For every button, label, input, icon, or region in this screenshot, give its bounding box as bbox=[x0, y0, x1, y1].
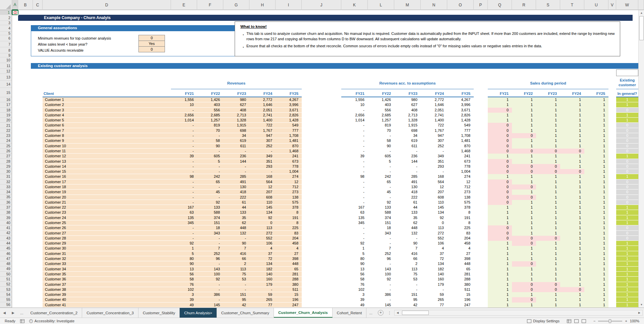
sales-flag-cell[interactable]: 1 bbox=[560, 108, 584, 113]
revenue-acc-cell[interactable]: 56 bbox=[341, 272, 368, 277]
existing-customer-cell[interactable]: 0 bbox=[616, 179, 638, 184]
revenue-cell[interactable]: 100 bbox=[197, 272, 223, 277]
sales-flag-cell[interactable]: 0 bbox=[536, 149, 560, 154]
revenue-acc-cell[interactable]: 252 bbox=[368, 251, 394, 256]
revenue-acc-cell[interactable]: 281 bbox=[447, 272, 474, 277]
revenue-acc-cell[interactable]: 722 bbox=[421, 123, 447, 128]
client-name-cell[interactable]: Customer 7 bbox=[43, 128, 171, 133]
sales-flag-cell[interactable]: 1 bbox=[584, 287, 608, 292]
revenue-cell[interactable]: 698 bbox=[223, 128, 249, 133]
horizontal-scrollbar[interactable]: ◀ ▶ bbox=[394, 310, 643, 316]
revenue-acc-cell[interactable]: 63 bbox=[341, 210, 368, 215]
revenue-cell[interactable]: 4 bbox=[276, 246, 302, 251]
row-header-14[interactable]: 14 bbox=[0, 80, 12, 88]
column-header-m[interactable]: M bbox=[394, 0, 421, 10]
revenue-acc-cell[interactable]: - bbox=[421, 149, 447, 154]
client-name-cell[interactable]: Customer 25 bbox=[43, 220, 171, 225]
revenue-acc-cell[interactable]: 110 bbox=[421, 200, 447, 205]
row-header-28[interactable]: 28 bbox=[0, 159, 12, 164]
column-header-n[interactable]: N bbox=[421, 0, 447, 10]
revenue-acc-cell[interactable]: 288 bbox=[447, 277, 474, 282]
revenue-acc-cell[interactable]: 179 bbox=[421, 282, 447, 287]
row-header-3[interactable]: 3 bbox=[0, 21, 12, 25]
client-name-cell[interactable]: Customer 13 bbox=[43, 159, 171, 164]
existing-customer-cell[interactable]: 1 bbox=[616, 256, 638, 261]
sales-flag-cell[interactable]: 1 bbox=[584, 102, 608, 107]
sales-flag-cell[interactable]: 1 bbox=[584, 200, 608, 205]
column-header-d[interactable]: D bbox=[43, 0, 171, 10]
sales-flag-cell[interactable]: 1 bbox=[512, 190, 536, 195]
revenue-cell[interactable]: 207 bbox=[249, 190, 276, 195]
revenue-acc-cell[interactable]: 76 bbox=[341, 282, 368, 287]
year-header-fy22-group2[interactable]: FY22 bbox=[368, 92, 394, 96]
existing-customer-cell[interactable]: 0 bbox=[616, 190, 638, 195]
revenue-cell[interactable]: 92 bbox=[197, 200, 223, 205]
revenue-acc-cell[interactable]: 102 bbox=[341, 287, 368, 292]
existing-customer-cell[interactable]: 1 bbox=[616, 251, 638, 256]
revenue-acc-cell[interactable]: 168 bbox=[421, 174, 447, 179]
column-header-p[interactable]: P bbox=[474, 0, 488, 10]
column-header-g[interactable]: G bbox=[223, 0, 249, 10]
revenue-acc-cell[interactable]: 398 bbox=[447, 256, 474, 261]
row-header-24[interactable]: 24 bbox=[0, 138, 12, 143]
revenue-cell[interactable]: 380 bbox=[276, 282, 302, 287]
revenue-cell[interactable]: - bbox=[171, 169, 197, 174]
revenue-acc-cell[interactable]: 140 bbox=[421, 272, 447, 277]
sales-flag-cell[interactable]: 1 bbox=[488, 297, 512, 302]
sales-flag-cell[interactable]: 1 bbox=[536, 174, 560, 179]
revenue-cell[interactable]: - bbox=[197, 149, 223, 154]
revenue-acc-cell[interactable]: - bbox=[341, 159, 368, 164]
sales-flag-cell[interactable]: 1 bbox=[560, 236, 584, 241]
sales-flag-cell[interactable]: 0 bbox=[560, 149, 584, 154]
revenue-cell[interactable]: 242 bbox=[197, 174, 223, 179]
revenue-acc-cell[interactable]: 39 bbox=[341, 297, 368, 302]
existing-customer-cell[interactable]: 0 bbox=[616, 149, 638, 154]
revenue-acc-cell[interactable]: - bbox=[341, 184, 368, 190]
revenue-cell[interactable]: - bbox=[171, 184, 197, 190]
revenue-acc-cell[interactable]: - bbox=[341, 231, 368, 236]
column-header-s[interactable]: S bbox=[536, 0, 560, 10]
revenue-cell[interactable]: 63 bbox=[171, 210, 197, 215]
row-header-44[interactable]: 44 bbox=[0, 241, 12, 246]
sales-flag-cell[interactable]: 1 bbox=[536, 220, 560, 225]
client-name-cell[interactable]: Customer 24 bbox=[43, 215, 171, 220]
sales-flag-cell[interactable]: 1 bbox=[560, 118, 584, 123]
sales-flag-cell[interactable]: 0 bbox=[488, 164, 512, 169]
row-header-47[interactable]: 47 bbox=[0, 256, 12, 261]
sales-flag-cell[interactable]: 1 bbox=[488, 292, 512, 297]
sales-flag-cell[interactable]: 1 bbox=[488, 215, 512, 220]
row-header-35[interactable]: 35 bbox=[0, 195, 12, 200]
revenue-acc-cell[interactable]: 100 bbox=[368, 272, 394, 277]
client-name-cell[interactable]: Customer 26 bbox=[43, 225, 171, 230]
revenue-acc-cell[interactable]: 90 bbox=[341, 261, 368, 266]
revenue-acc-cell[interactable]: 777 bbox=[447, 128, 474, 133]
sales-flag-cell[interactable]: 1 bbox=[560, 272, 584, 277]
sales-flag-cell[interactable]: 1 bbox=[584, 159, 608, 164]
sales-flag-cell[interactable]: 1 bbox=[536, 179, 560, 184]
row-header-27[interactable]: 27 bbox=[0, 154, 12, 159]
existing-customer-cell[interactable]: 1 bbox=[616, 210, 638, 215]
sales-flag-cell[interactable]: 1 bbox=[536, 154, 560, 159]
row-header-12[interactable]: 12 bbox=[0, 69, 12, 74]
page-layout-view-icon[interactable] bbox=[574, 319, 579, 323]
revenue-acc-cell[interactable]: - bbox=[341, 128, 368, 133]
revenue-cell[interactable]: 1,257 bbox=[197, 118, 223, 123]
revenue-cell[interactable]: 1,556 bbox=[171, 97, 197, 102]
existing-customer-cell[interactable]: 1 bbox=[616, 97, 638, 102]
sales-flag-cell[interactable]: 1 bbox=[560, 220, 584, 225]
revenue-cell[interactable]: 10 bbox=[171, 102, 197, 107]
revenue-cell[interactable]: 56 bbox=[171, 272, 197, 277]
column-header-b[interactable]: B bbox=[18, 0, 33, 10]
revenue-acc-cell[interactable]: 138 bbox=[447, 195, 474, 200]
revenue-cell[interactable]: 1,646 bbox=[249, 102, 276, 107]
revenue-cell[interactable]: - bbox=[171, 225, 197, 230]
sales-flag-cell[interactable]: 1 bbox=[584, 128, 608, 133]
revenue-acc-cell[interactable]: - bbox=[341, 236, 368, 241]
revenue-cell[interactable]: 281 bbox=[276, 272, 302, 277]
revenue-acc-cell[interactable]: 182 bbox=[421, 267, 447, 272]
revenue-cell[interactable]: 98 bbox=[171, 174, 197, 179]
revenue-acc-cell[interactable]: 225 bbox=[447, 225, 474, 230]
revenue-acc-cell[interactable]: 1,400 bbox=[421, 118, 447, 123]
revenue-acc-cell[interactable]: 130 bbox=[394, 184, 421, 190]
revenue-cell[interactable]: 416 bbox=[223, 251, 249, 256]
